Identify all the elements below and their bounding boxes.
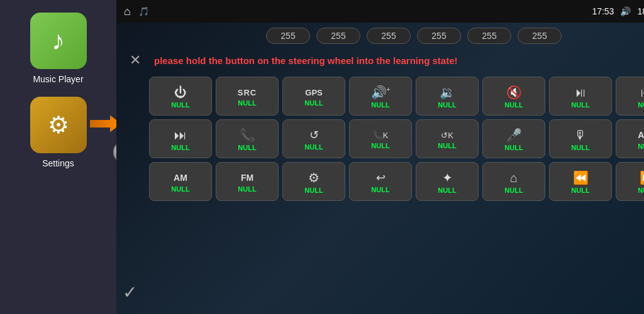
settings-icon: ⚙ bbox=[30, 97, 87, 153]
btn-src[interactable]: SRC NULL bbox=[216, 77, 279, 116]
btn-bluetooth-label: NULL bbox=[438, 187, 456, 194]
btn-vol-up-label: NULL bbox=[371, 101, 389, 109]
button-row-1: ⏭ NULL 📞 NULL ↺ NULL 📞K NULL ↺K NULL bbox=[124, 119, 644, 158]
btn-back-k-label: NULL bbox=[438, 142, 456, 149]
music-player-label: Music Player bbox=[33, 74, 83, 84]
btn-return[interactable]: ↩ NULL bbox=[349, 162, 412, 201]
btn-call-k-label: NULL bbox=[371, 142, 389, 149]
confirm-button[interactable]: ✓ bbox=[123, 282, 137, 303]
btn-camera[interactable]: 🎙 NULL bbox=[549, 119, 612, 158]
button-row-0: ⏻ NULL SRC NULL GPS NULL 🔊+ NULL 🔉 N bbox=[124, 77, 644, 116]
back-ctrl-icon: ↺ bbox=[309, 129, 319, 141]
home-status-icon[interactable]: ⌂ bbox=[124, 5, 131, 18]
btn-vol-down[interactable]: 🔉 NULL bbox=[416, 77, 479, 116]
btn-bluetooth[interactable]: ✦ NULL bbox=[416, 162, 479, 201]
btn-back-k[interactable]: ↺K NULL bbox=[416, 119, 479, 158]
next-track-icon: ⏭ bbox=[174, 129, 187, 141]
btn-play-pause[interactable]: ⏯ NULL bbox=[549, 77, 612, 116]
btn-mic[interactable]: 🎤 NULL bbox=[482, 119, 545, 158]
btn-call-answer[interactable]: 📞 NULL bbox=[216, 119, 279, 158]
status-bar-left: ⌂ 🎵 bbox=[124, 5, 586, 18]
btn-home-label: NULL bbox=[504, 187, 523, 194]
btn-src-label: NULL bbox=[238, 99, 256, 107]
value-pill-1[interactable]: 255 bbox=[316, 28, 360, 44]
src-icon: SRC bbox=[238, 89, 257, 97]
main-area: ⌂ 🎵 17:53 🔊 18 ▭ ↩ 255 255 255 255 255 2… bbox=[116, 0, 644, 314]
btn-power[interactable]: ⏻ NULL bbox=[149, 77, 212, 116]
btn-return-label: NULL bbox=[371, 186, 389, 193]
settings-app[interactable]: ⚙ Settings bbox=[30, 97, 87, 168]
app-status-icon: 🎵 bbox=[138, 6, 149, 16]
settings-label: Settings bbox=[42, 158, 74, 168]
button-row-2: AM NULL FM NULL ⚙ NULL ↩ NULL ✦ NULL bbox=[124, 162, 644, 201]
fast-forward-icon: ⏩ bbox=[640, 171, 645, 184]
btn-rewind[interactable]: ⏪ NULL bbox=[549, 162, 612, 201]
status-bar-right: 17:53 🔊 18 ▭ ↩ bbox=[592, 4, 644, 19]
btn-fm-label: NULL bbox=[238, 185, 256, 193]
instruction-row: ✕ please hold the button on the steering… bbox=[124, 49, 644, 72]
return-icon: ↩ bbox=[376, 172, 386, 183]
button-grid: ⏻ NULL SRC NULL GPS NULL 🔊+ NULL 🔉 N bbox=[124, 77, 644, 309]
btn-gps-label: NULL bbox=[304, 99, 323, 107]
am-text: AM bbox=[174, 173, 187, 183]
btn-prev-track-label: NULL bbox=[638, 101, 644, 109]
btn-settings-label: NULL bbox=[304, 187, 323, 194]
vol-up-icon: 🔊+ bbox=[371, 86, 391, 99]
btn-next-track[interactable]: ⏭ NULL bbox=[149, 119, 212, 158]
btn-call-k[interactable]: 📞K NULL bbox=[349, 119, 412, 158]
btn-am[interactable]: AM NULL bbox=[149, 162, 212, 201]
btn-fast-forward[interactable]: ⏩ NULL bbox=[616, 162, 644, 201]
rewind-icon: ⏪ bbox=[573, 171, 589, 184]
vol-down-icon: 🔉 bbox=[440, 86, 455, 99]
btn-mute[interactable]: 🔇 NULL bbox=[482, 77, 545, 116]
content-area: 255 255 255 255 255 255 ✕ please hold th… bbox=[116, 23, 644, 314]
btn-vol-up[interactable]: 🔊+ NULL bbox=[349, 77, 412, 116]
btn-mute-label: NULL bbox=[504, 101, 523, 109]
status-bar: ⌂ 🎵 17:53 🔊 18 ▭ ↩ bbox=[116, 0, 644, 23]
fm-text: FM bbox=[241, 173, 253, 183]
btn-camera-label: NULL bbox=[571, 144, 589, 151]
settings-ctrl-icon: ⚙ bbox=[308, 171, 319, 184]
value-pill-0[interactable]: 255 bbox=[266, 28, 310, 44]
value-pill-2[interactable]: 255 bbox=[367, 28, 411, 44]
btn-rewind-label: NULL bbox=[571, 187, 589, 194]
confirm-icon: ✓ bbox=[123, 283, 137, 302]
camera-icon: 🎙 bbox=[574, 129, 587, 141]
time-display: 17:53 bbox=[592, 6, 614, 16]
btn-back-label: NULL bbox=[304, 143, 323, 151]
music-player-icon: ♪ bbox=[30, 13, 87, 69]
value-pill-5[interactable]: 255 bbox=[518, 28, 562, 44]
btn-gps[interactable]: GPS NULL bbox=[282, 77, 345, 116]
gps-icon: GPS bbox=[305, 89, 322, 97]
instruction-text: please hold the button on the steering w… bbox=[154, 55, 458, 66]
btn-prev-track[interactable]: ⏮ NULL bbox=[616, 77, 644, 116]
close-button[interactable]: ✕ bbox=[124, 49, 147, 72]
btn-aux[interactable]: AUX NULL bbox=[616, 119, 644, 158]
volume-icon: 🔊 bbox=[620, 6, 631, 16]
btn-home[interactable]: ⌂ NULL bbox=[482, 162, 545, 201]
btn-mic-label: NULL bbox=[504, 144, 523, 151]
btn-am-label: NULL bbox=[171, 185, 189, 193]
value-pill-4[interactable]: 255 bbox=[467, 28, 511, 44]
call-k-icon: 📞K bbox=[373, 131, 389, 139]
btn-call-answer-label: NULL bbox=[238, 144, 256, 151]
btn-settings[interactable]: ⚙ NULL bbox=[282, 162, 345, 201]
close-icon: ✕ bbox=[130, 52, 141, 68]
signal-strength: 18 bbox=[637, 6, 644, 16]
home-ctrl-icon: ⌂ bbox=[510, 171, 518, 184]
btn-play-pause-label: NULL bbox=[571, 101, 589, 109]
btn-aux-label: NULL bbox=[638, 143, 644, 150]
prev-track-icon: ⏮ bbox=[641, 86, 644, 99]
btn-next-track-label: NULL bbox=[171, 144, 189, 151]
power-icon: ⏻ bbox=[174, 86, 187, 99]
btn-back[interactable]: ↺ NULL bbox=[282, 119, 345, 158]
music-player-app[interactable]: ♪ Music Player bbox=[30, 13, 87, 84]
play-pause-icon: ⏯ bbox=[574, 86, 587, 99]
aux-text: AUX bbox=[638, 130, 644, 140]
mic-icon: 🎤 bbox=[506, 129, 522, 141]
bluetooth-icon: ✦ bbox=[442, 171, 453, 184]
btn-fm[interactable]: FM NULL bbox=[216, 162, 279, 201]
back-k-icon: ↺K bbox=[441, 131, 453, 139]
value-row: 255 255 255 255 255 255 bbox=[124, 28, 644, 44]
value-pill-3[interactable]: 255 bbox=[417, 28, 461, 44]
